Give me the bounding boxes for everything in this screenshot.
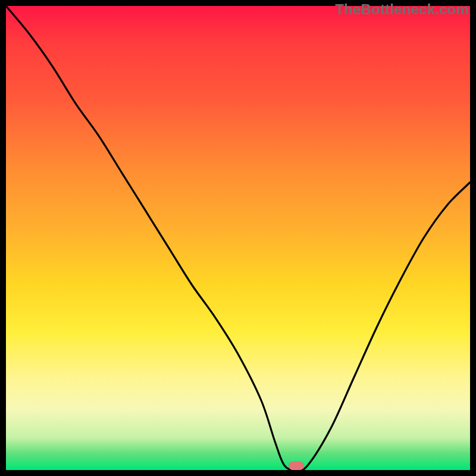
plot-area xyxy=(6,6,470,470)
watermark-text: TheBottleneck.com xyxy=(335,1,469,18)
curve-path xyxy=(6,6,470,471)
optimal-marker xyxy=(289,462,304,470)
chart-frame: TheBottleneck.com xyxy=(0,0,476,476)
bottleneck-curve xyxy=(6,6,470,470)
